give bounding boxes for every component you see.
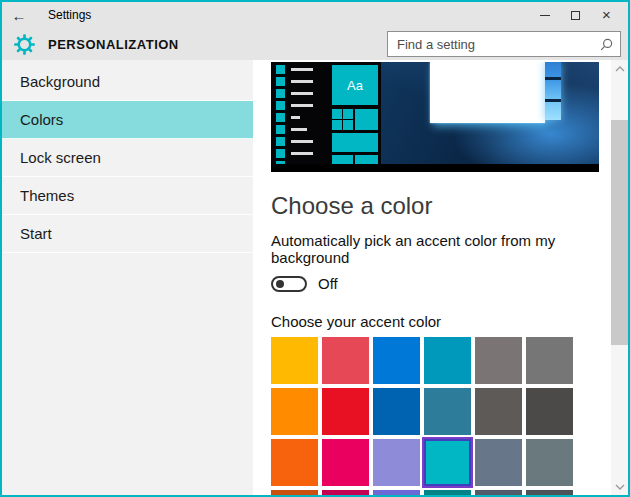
maximize-icon [571, 11, 580, 20]
back-arrow-icon[interactable]: ← [2, 7, 36, 24]
preview-window-glow [545, 62, 561, 120]
close-button[interactable]: × [591, 2, 622, 28]
accent-color-swatch[interactable] [322, 388, 369, 435]
accent-color-swatch[interactable] [373, 439, 420, 486]
accent-color-grid [271, 337, 573, 495]
accent-color-swatch[interactable] [475, 439, 522, 486]
page-title: PERSONALIZATION [48, 37, 387, 52]
sidebar-item-start[interactable]: Start [2, 215, 253, 253]
accent-color-swatch[interactable] [526, 490, 573, 495]
auto-accent-toggle[interactable] [271, 276, 307, 292]
sidebar-item-label: Lock screen [20, 149, 101, 166]
sidebar-item-label: Themes [20, 187, 74, 204]
sidebar-item-themes[interactable]: Themes [2, 177, 253, 215]
scrollbar-thumb[interactable] [611, 120, 628, 345]
accent-color-swatch[interactable] [271, 388, 318, 435]
search-box [387, 31, 621, 57]
toggle-state-label: Off [318, 275, 338, 292]
preview-desktop-wallpaper [381, 62, 599, 164]
accent-color-swatch[interactable] [424, 490, 471, 495]
window-title: Settings [48, 8, 529, 22]
preview-taskbar [271, 164, 599, 172]
window-chrome: ← Settings × [2, 2, 628, 60]
sidebar: BackgroundColorsLock screenThemesStart [2, 60, 253, 495]
accent-picker-label: Choose your accent color [271, 313, 628, 330]
start-menu-preview: Aa [271, 62, 599, 172]
window-controls: × [529, 2, 628, 28]
accent-color-swatch[interactable] [424, 388, 471, 435]
preview-menu-list [271, 62, 330, 164]
settings-window: ← Settings × [0, 0, 630, 497]
accent-color-swatch[interactable] [475, 337, 522, 384]
accent-color-swatch[interactable] [475, 388, 522, 435]
minimize-button[interactable] [529, 2, 560, 28]
sidebar-item-lock-screen[interactable]: Lock screen [2, 139, 253, 177]
accent-color-swatch[interactable] [373, 337, 420, 384]
search-input[interactable] [388, 37, 600, 52]
accent-color-swatch[interactable] [271, 337, 318, 384]
gear-icon [12, 32, 36, 56]
accent-color-swatch[interactable] [322, 439, 369, 486]
minimize-icon [540, 15, 550, 16]
accent-color-swatch[interactable] [373, 490, 420, 495]
sidebar-item-label: Colors [20, 111, 63, 128]
sidebar-item-label: Background [20, 73, 100, 90]
scrollbar[interactable] [611, 60, 628, 495]
accent-color-swatch[interactable] [526, 388, 573, 435]
titlebar: ← Settings × [2, 2, 628, 28]
accent-color-swatch[interactable] [271, 490, 318, 495]
scroll-down-icon[interactable] [611, 478, 628, 495]
content-pane: Aa Choose a color Automatically p [253, 60, 628, 495]
accent-color-swatch[interactable] [271, 439, 318, 486]
accent-color-swatch[interactable] [424, 337, 471, 384]
accent-color-swatch[interactable] [322, 490, 369, 495]
page-header: PERSONALIZATION [2, 28, 628, 60]
window-body: BackgroundColorsLock screenThemesStart A… [2, 60, 628, 495]
accent-color-swatch[interactable] [322, 337, 369, 384]
maximize-button[interactable] [560, 2, 591, 28]
accent-color-swatch[interactable] [373, 388, 420, 435]
accent-color-swatch[interactable] [475, 490, 522, 495]
section-heading: Choose a color [271, 193, 628, 219]
accent-color-swatch[interactable] [526, 439, 573, 486]
preview-tiles: Aa [330, 62, 381, 164]
scroll-up-icon[interactable] [611, 60, 628, 77]
sidebar-item-colors[interactable]: Colors [2, 101, 253, 139]
accent-color-swatch[interactable] [526, 337, 573, 384]
sidebar-item-background[interactable]: Background [2, 63, 253, 101]
accent-color-swatch[interactable] [424, 439, 471, 486]
sidebar-item-label: Start [20, 225, 52, 242]
toggle-knob [276, 280, 284, 288]
preview-app-window [430, 62, 545, 123]
auto-accent-label: Automatically pick an accent color from … [271, 232, 628, 266]
preview-aa-tile: Aa [332, 65, 378, 105]
search-icon[interactable] [600, 38, 620, 51]
